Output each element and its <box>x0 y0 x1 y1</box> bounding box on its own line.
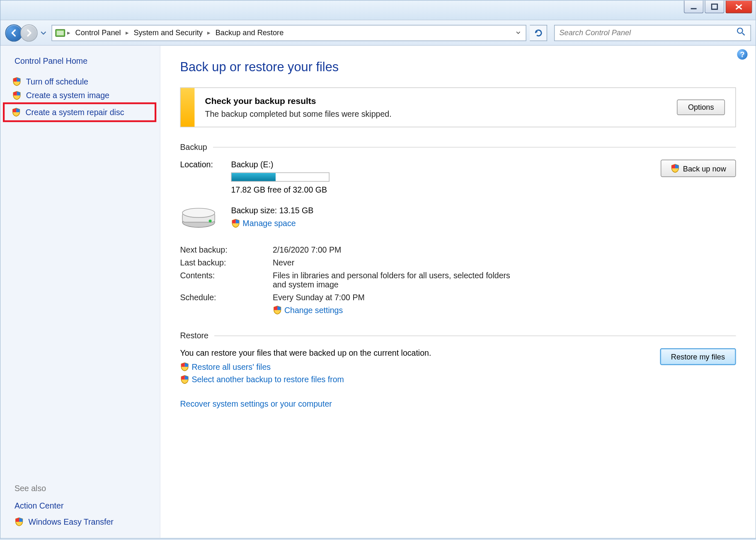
disk-usage-bar <box>231 172 329 181</box>
maximize-button[interactable] <box>705 0 724 13</box>
shield-icon <box>180 375 189 384</box>
recover-system-link[interactable]: Recover system settings or your computer <box>180 399 620 408</box>
chevron-right-icon: ▸ <box>67 29 70 36</box>
chevron-right-icon: ▸ <box>207 29 211 36</box>
chevron-right-icon: ▸ <box>126 29 129 36</box>
sidebar-link-label: Create a system image <box>26 91 109 100</box>
link-label: Change settings <box>284 306 343 315</box>
shield-icon <box>231 219 240 228</box>
last-backup-label: Last backup: <box>180 258 267 267</box>
close-button[interactable] <box>725 0 752 13</box>
breadcrumb-item[interactable]: System and Security <box>130 25 206 40</box>
nav-back-forward <box>5 24 48 41</box>
svg-rect-3 <box>57 30 64 35</box>
shield-icon <box>670 164 679 173</box>
svg-rect-1 <box>712 4 717 9</box>
sidebar-link-action-center[interactable]: Action Center <box>0 497 160 513</box>
help-icon[interactable]: ? <box>737 49 747 60</box>
window-controls <box>683 0 752 13</box>
section-legend: Restore <box>180 331 214 340</box>
svg-point-8 <box>182 208 215 217</box>
next-backup-value: 2/16/2020 7:00 PM <box>273 245 516 254</box>
alert-body: Check your backup results The backup com… <box>194 88 677 127</box>
alert-title: Check your backup results <box>205 96 667 106</box>
search-icon[interactable] <box>737 27 746 39</box>
restore-description: You can restore your files that were bac… <box>180 348 620 357</box>
last-backup-value: Never <box>273 258 516 267</box>
alert-text: The backup completed but some files were… <box>205 109 667 118</box>
see-also-heading: See also <box>0 479 160 498</box>
page-title: Back up or restore your files <box>180 60 736 75</box>
search-input[interactable] <box>560 28 737 37</box>
link-label: Manage space <box>242 219 296 228</box>
shield-icon <box>12 77 21 86</box>
contents-label: Contents: <box>180 271 267 289</box>
sidebar-link-label: Turn off schedule <box>26 77 88 86</box>
free-space-text: 17.82 GB free of 32.00 GB <box>231 185 329 194</box>
search-box[interactable] <box>554 24 751 41</box>
shield-icon <box>15 517 24 526</box>
schedule-label: Schedule: <box>180 293 267 315</box>
sidebar-link-create-system-repair-disc[interactable]: Create a system repair disc <box>3 102 156 122</box>
forward-button[interactable] <box>20 24 38 41</box>
svg-rect-0 <box>691 8 697 9</box>
alert-color-bar <box>181 88 195 127</box>
control-panel-icon <box>54 27 66 39</box>
content-area: Control Panel Home Turn off schedule Cre… <box>0 46 756 538</box>
next-backup-label: Next backup: <box>180 245 267 254</box>
section-legend: Backup <box>180 142 213 152</box>
link-label: Restore all users' files <box>191 362 271 371</box>
sidebar: Control Panel Home Turn off schedule Cre… <box>0 46 160 538</box>
backup-section: Backup Location: <box>180 142 736 315</box>
restore-all-users-link[interactable]: Restore all users' files <box>180 362 620 371</box>
manage-space-link[interactable]: Manage space <box>231 219 329 228</box>
address-dropdown[interactable] <box>513 31 523 34</box>
sidebar-link-label: Windows Easy Transfer <box>28 517 113 526</box>
shield-icon <box>12 91 21 100</box>
drive-name: Backup (E:) <box>231 160 329 169</box>
button-label: Back up now <box>683 164 726 173</box>
change-settings-link[interactable]: Change settings <box>273 306 516 315</box>
select-another-backup-link[interactable]: Select another backup to restore files f… <box>180 375 620 384</box>
minimize-button[interactable] <box>684 0 703 13</box>
breadcrumb-item[interactable]: Backup and Restore <box>212 25 287 40</box>
hard-drive-icon <box>180 201 217 229</box>
location-label: Location: <box>180 160 217 169</box>
restore-my-files-button[interactable]: Restore my files <box>660 348 736 365</box>
link-label: Recover system settings or your computer <box>180 399 332 408</box>
shield-icon <box>180 362 189 371</box>
refresh-button[interactable] <box>530 24 547 41</box>
svg-point-9 <box>209 219 212 222</box>
alert-banner: Check your backup results The backup com… <box>180 87 736 127</box>
svg-point-4 <box>737 28 743 33</box>
svg-line-5 <box>742 33 745 35</box>
breadcrumb-item[interactable]: Control Panel <box>72 25 124 40</box>
titlebar <box>0 0 756 20</box>
schedule-value: Every Sunday at 7:00 PM <box>273 293 516 302</box>
sidebar-link-windows-easy-transfer[interactable]: Windows Easy Transfer <box>0 514 160 530</box>
options-button[interactable]: Options <box>677 99 725 115</box>
backup-size-text: Backup size: 13.15 GB <box>231 206 329 215</box>
window: ▸ Control Panel ▸ System and Security ▸ … <box>0 0 756 539</box>
shield-icon <box>12 108 21 117</box>
shield-icon <box>273 306 282 315</box>
sidebar-link-create-system-image[interactable]: Create a system image <box>0 89 160 103</box>
link-label: Select another backup to restore files f… <box>191 375 344 384</box>
navigation-bar: ▸ Control Panel ▸ System and Security ▸ … <box>0 20 756 46</box>
sidebar-link-turn-off-schedule[interactable]: Turn off schedule <box>0 75 160 89</box>
sidebar-link-label: Create a system repair disc <box>25 108 124 117</box>
back-up-now-button[interactable]: Back up now <box>660 160 736 177</box>
main-panel: ? Back up or restore your files Check yo… <box>160 46 756 538</box>
address-bar[interactable]: ▸ Control Panel ▸ System and Security ▸ … <box>51 24 526 41</box>
contents-value: Files in libraries and personal folders … <box>273 271 516 289</box>
history-dropdown[interactable] <box>39 29 48 36</box>
sidebar-title[interactable]: Control Panel Home <box>0 56 160 75</box>
restore-section: Restore You can restore your files that … <box>180 331 736 408</box>
